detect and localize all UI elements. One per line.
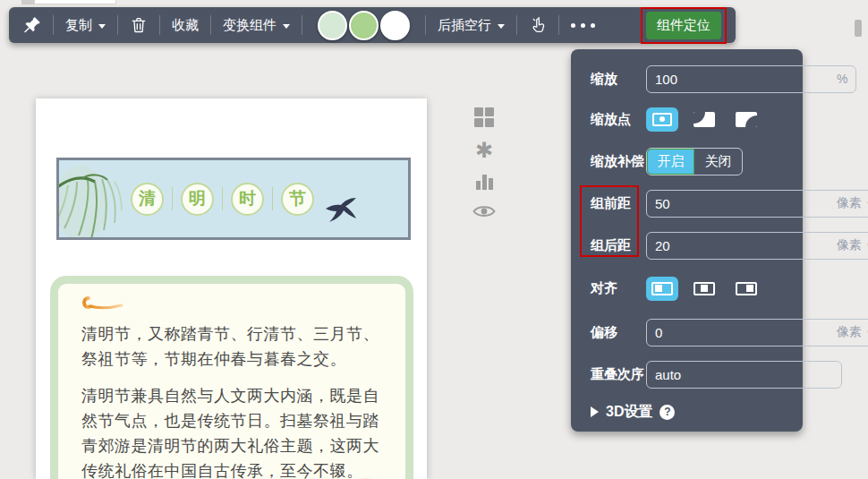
scale-input-wrap: % [646, 65, 856, 93]
toolbar-separator [425, 15, 426, 35]
group-back-input[interactable] [655, 238, 833, 253]
cloud-icon [346, 472, 393, 479]
toolbar-separator [558, 15, 559, 35]
scale-input[interactable] [655, 72, 833, 87]
scale-label: 缩放 [591, 71, 646, 88]
banner-char-badge: 清 [131, 183, 164, 216]
stack-order-row: 重叠次序 [591, 361, 788, 388]
group-back-row: 组后距 像素 ∨ [591, 232, 788, 259]
percent-suffix: % [837, 72, 847, 86]
compensation-off-button[interactable]: 关闭 [694, 149, 742, 175]
toolbar-separator [117, 15, 118, 35]
group-front-input[interactable] [655, 196, 833, 211]
triangle-right-icon [591, 406, 599, 417]
color-swatch-green[interactable] [349, 11, 379, 40]
align-row: 对齐 [591, 275, 788, 302]
chevron-down-icon [498, 24, 505, 29]
bar-chart-icon[interactable] [476, 174, 493, 190]
pin-icon[interactable] [23, 16, 41, 34]
group-back-unit-select[interactable]: 像素 [837, 237, 862, 253]
banner-char-badge: 时 [231, 183, 264, 216]
stack-order-label: 重叠次序 [591, 366, 646, 383]
chevron-down-icon [98, 24, 106, 29]
color-swatch-light-green[interactable] [318, 11, 347, 40]
stack-order-input[interactable] [655, 367, 833, 382]
scale-point-row: 缩放点 [591, 106, 788, 133]
editor-page: 清 明 时 节 清明 [36, 98, 427, 479]
group-back-input-wrap: 像素 ∨ [646, 232, 868, 260]
color-swatch-white[interactable] [380, 11, 410, 40]
badge-divider [172, 187, 173, 210]
grid-icon[interactable] [474, 107, 494, 127]
component-position-panel: 缩放 % 缩放点 缩放补偿 开启 关闭 组前距 像 [571, 49, 803, 432]
click-hand-icon[interactable] [529, 16, 547, 34]
align-right-icon [736, 282, 757, 295]
trash-icon[interactable] [130, 16, 148, 34]
paragraph: 清明节兼具自然与人文两大内涵，既是自然节气点，也是传统节日。扫墓祭祖与踏青郊游是… [81, 383, 380, 479]
scale-point-top-left-button[interactable] [688, 107, 720, 132]
scale-point-top-left-icon [694, 112, 715, 127]
align-left-button[interactable] [646, 277, 678, 301]
scale-point-bottom-right-button[interactable] [730, 107, 762, 132]
offset-input[interactable] [655, 325, 833, 340]
badge-divider [272, 187, 273, 210]
locate-annotation-box: 组件定位 [641, 7, 727, 44]
eye-icon[interactable] [472, 203, 496, 223]
badge-divider [222, 187, 223, 210]
toolbar-separator [53, 15, 54, 35]
offset-label: 偏移 [591, 324, 646, 341]
text-card-component[interactable]: 清明节，又称踏青节、行清节、三月节、祭祖节等，节期在仲春与暮春之交。 清明节兼具… [50, 276, 413, 479]
compensation-toggle: 开启 关闭 [646, 148, 743, 175]
compensation-row: 缩放补偿 开启 关闭 [591, 148, 788, 175]
compensation-label: 缩放补偿 [591, 153, 646, 170]
group-back-label: 组后距 [591, 237, 646, 254]
insert-blank-after-button[interactable]: 后插空行 [438, 17, 505, 34]
align-label: 对齐 [591, 280, 646, 297]
transform-component-button[interactable]: 变换组件 [223, 17, 290, 34]
background-sliver-gray [21, 0, 34, 4]
group-front-unit-select[interactable]: 像素 [837, 195, 862, 211]
insert-after-label: 后插空行 [438, 17, 491, 34]
banner-component[interactable]: 清 明 时 节 [56, 158, 411, 240]
settings-3d-row: 3D设置 ? [591, 398, 788, 425]
favorite-label: 收藏 [172, 17, 199, 34]
settings-3d-label: 3D设置 [606, 403, 652, 422]
offset-unit-select[interactable]: 像素 [837, 324, 862, 340]
settings-3d-toggle[interactable]: 3D设置 ? [591, 403, 675, 422]
align-right-button[interactable] [730, 277, 762, 301]
chevron-down-icon [283, 24, 290, 29]
offset-input-wrap: 像素 ∨ [646, 319, 868, 346]
component-toolbar: 复制 收藏 变换组件 后插空行 组件定位 [9, 7, 736, 43]
swallow-icon [324, 198, 362, 227]
snowflake-icon[interactable]: ✱ [475, 141, 493, 160]
toolbar-separator [516, 15, 517, 35]
banner-title: 清 明 时 节 [131, 160, 314, 237]
scale-row: 缩放 % [591, 65, 788, 92]
help-icon[interactable]: ? [660, 405, 675, 420]
scale-point-bottom-right-icon [736, 112, 757, 127]
group-front-label: 组前距 [591, 195, 646, 212]
cloud-icon [76, 295, 123, 316]
stack-order-input-wrap [646, 361, 842, 389]
favorite-button[interactable]: 收藏 [172, 17, 199, 34]
transform-label: 变换组件 [223, 17, 277, 34]
more-icon[interactable] [571, 23, 595, 28]
align-center-button[interactable] [688, 277, 720, 301]
compensation-on-button[interactable]: 开启 [647, 149, 694, 175]
toolbar-separator [159, 15, 160, 35]
color-swatches [318, 11, 410, 40]
copy-button[interactable]: 复制 [65, 17, 106, 34]
banner-char-badge: 节 [281, 183, 314, 216]
banner-char-badge: 明 [181, 183, 214, 216]
align-center-icon [694, 282, 715, 295]
paragraph: 清明节，又称踏青节、行清节、三月节、祭祖节等，节期在仲春与暮春之交。 [81, 321, 380, 372]
offset-row: 偏移 像素 ∨ [591, 319, 788, 346]
scale-point-center-icon [652, 113, 672, 126]
scale-point-label: 缩放点 [591, 111, 646, 128]
scale-point-center-button[interactable] [646, 107, 678, 132]
toolbar-separator [210, 15, 211, 35]
copy-label: 复制 [65, 17, 92, 34]
background-sliver-white [34, 0, 116, 4]
scrollbar-thumb[interactable] [855, 20, 862, 37]
component-locate-button[interactable]: 组件定位 [646, 12, 721, 39]
